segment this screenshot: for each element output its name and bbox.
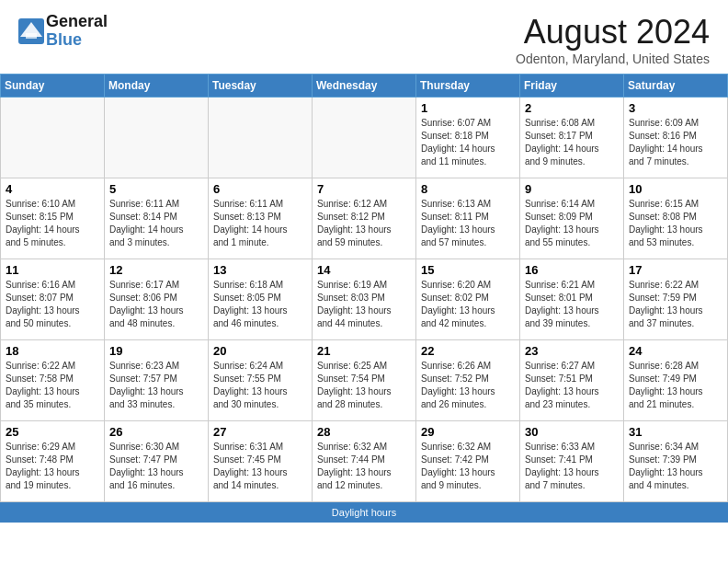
day-number: 24 xyxy=(629,344,722,358)
calendar-cell: 10Sunrise: 6:15 AM Sunset: 8:08 PM Dayli… xyxy=(624,178,728,259)
calendar-cell: 20Sunrise: 6:24 AM Sunset: 7:55 PM Dayli… xyxy=(209,340,313,421)
calendar-cell: 13Sunrise: 6:18 AM Sunset: 8:05 PM Dayli… xyxy=(209,259,313,340)
day-info: Sunrise: 6:16 AM Sunset: 8:07 PM Dayligh… xyxy=(6,279,99,330)
calendar-cell: 30Sunrise: 6:33 AM Sunset: 7:41 PM Dayli… xyxy=(520,421,624,502)
day-number: 27 xyxy=(213,425,307,439)
day-number: 7 xyxy=(317,182,411,196)
day-info: Sunrise: 6:15 AM Sunset: 8:08 PM Dayligh… xyxy=(629,198,722,249)
day-number: 8 xyxy=(421,182,515,196)
calendar-cell: 26Sunrise: 6:30 AM Sunset: 7:47 PM Dayli… xyxy=(105,421,209,502)
day-info: Sunrise: 6:33 AM Sunset: 7:41 PM Dayligh… xyxy=(525,441,619,492)
day-number: 28 xyxy=(317,425,411,439)
calendar-week-1: 1Sunrise: 6:07 AM Sunset: 8:18 PM Daylig… xyxy=(1,98,728,178)
day-number: 29 xyxy=(421,425,515,439)
day-number: 25 xyxy=(6,425,99,439)
calendar-cell: 16Sunrise: 6:21 AM Sunset: 8:01 PM Dayli… xyxy=(520,259,624,340)
logo-text: General Blue xyxy=(46,13,108,50)
day-number: 15 xyxy=(421,263,515,277)
day-info: Sunrise: 6:09 AM Sunset: 8:16 PM Dayligh… xyxy=(629,117,722,168)
day-number: 6 xyxy=(213,182,307,196)
calendar-cell: 31Sunrise: 6:34 AM Sunset: 7:39 PM Dayli… xyxy=(624,421,728,502)
calendar-cell: 9Sunrise: 6:14 AM Sunset: 8:09 PM Daylig… xyxy=(520,178,624,259)
day-number: 18 xyxy=(6,344,99,358)
col-saturday: Saturday xyxy=(624,75,728,98)
calendar-cell: 3Sunrise: 6:09 AM Sunset: 8:16 PM Daylig… xyxy=(624,98,728,178)
calendar-cell: 19Sunrise: 6:23 AM Sunset: 7:57 PM Dayli… xyxy=(105,340,209,421)
calendar-cell: 24Sunrise: 6:28 AM Sunset: 7:49 PM Dayli… xyxy=(624,340,728,421)
footer-text: Daylight hours xyxy=(332,507,396,518)
calendar-cell xyxy=(105,98,209,178)
day-number: 9 xyxy=(525,182,619,196)
day-info: Sunrise: 6:10 AM Sunset: 8:15 PM Dayligh… xyxy=(6,198,99,249)
day-number: 10 xyxy=(629,182,722,196)
svg-rect-2 xyxy=(26,33,37,39)
day-number: 3 xyxy=(629,101,722,115)
day-number: 31 xyxy=(629,425,722,439)
calendar-table: Sunday Monday Tuesday Wednesday Thursday… xyxy=(0,74,728,502)
calendar-cell: 25Sunrise: 6:29 AM Sunset: 7:48 PM Dayli… xyxy=(1,421,105,502)
title-section: August 2024 Odenton, Maryland, United St… xyxy=(516,13,710,66)
day-number: 14 xyxy=(317,263,411,277)
calendar-cell: 18Sunrise: 6:22 AM Sunset: 7:58 PM Dayli… xyxy=(1,340,105,421)
calendar-cell xyxy=(209,98,313,178)
calendar-cell: 14Sunrise: 6:19 AM Sunset: 8:03 PM Dayli… xyxy=(313,259,416,340)
day-number: 12 xyxy=(109,263,203,277)
calendar-cell: 1Sunrise: 6:07 AM Sunset: 8:18 PM Daylig… xyxy=(416,98,520,178)
month-title: August 2024 xyxy=(516,13,710,52)
day-info: Sunrise: 6:29 AM Sunset: 7:48 PM Dayligh… xyxy=(6,441,99,492)
day-number: 21 xyxy=(317,344,411,358)
day-number: 17 xyxy=(629,263,722,277)
day-info: Sunrise: 6:11 AM Sunset: 8:14 PM Dayligh… xyxy=(109,198,203,249)
calendar-cell: 5Sunrise: 6:11 AM Sunset: 8:14 PM Daylig… xyxy=(105,178,209,259)
day-number: 11 xyxy=(6,263,99,277)
calendar-cell: 6Sunrise: 6:11 AM Sunset: 8:13 PM Daylig… xyxy=(209,178,313,259)
header: General Blue August 2024 Odenton, Maryla… xyxy=(0,0,728,74)
calendar-cell: 4Sunrise: 6:10 AM Sunset: 8:15 PM Daylig… xyxy=(1,178,105,259)
calendar-cell: 17Sunrise: 6:22 AM Sunset: 7:59 PM Dayli… xyxy=(624,259,728,340)
day-info: Sunrise: 6:32 AM Sunset: 7:42 PM Dayligh… xyxy=(421,441,515,492)
day-number: 4 xyxy=(6,182,99,196)
day-number: 22 xyxy=(421,344,515,358)
day-info: Sunrise: 6:08 AM Sunset: 8:17 PM Dayligh… xyxy=(525,117,619,168)
col-sunday: Sunday xyxy=(1,75,105,98)
day-number: 2 xyxy=(525,101,619,115)
calendar-header-row: Sunday Monday Tuesday Wednesday Thursday… xyxy=(1,75,728,98)
day-info: Sunrise: 6:32 AM Sunset: 7:44 PM Dayligh… xyxy=(317,441,411,492)
col-tuesday: Tuesday xyxy=(209,75,313,98)
calendar-cell: 11Sunrise: 6:16 AM Sunset: 8:07 PM Dayli… xyxy=(1,259,105,340)
day-info: Sunrise: 6:27 AM Sunset: 7:51 PM Dayligh… xyxy=(525,360,619,411)
day-info: Sunrise: 6:22 AM Sunset: 7:59 PM Dayligh… xyxy=(629,279,722,330)
calendar-cell: 22Sunrise: 6:26 AM Sunset: 7:52 PM Dayli… xyxy=(416,340,520,421)
calendar-cell: 27Sunrise: 6:31 AM Sunset: 7:45 PM Dayli… xyxy=(209,421,313,502)
day-number: 19 xyxy=(109,344,203,358)
calendar-cell: 29Sunrise: 6:32 AM Sunset: 7:42 PM Dayli… xyxy=(416,421,520,502)
day-info: Sunrise: 6:22 AM Sunset: 7:58 PM Dayligh… xyxy=(6,360,99,411)
day-info: Sunrise: 6:11 AM Sunset: 8:13 PM Dayligh… xyxy=(213,198,307,249)
day-number: 5 xyxy=(109,182,203,196)
day-info: Sunrise: 6:23 AM Sunset: 7:57 PM Dayligh… xyxy=(109,360,203,411)
day-info: Sunrise: 6:14 AM Sunset: 8:09 PM Dayligh… xyxy=(525,198,619,249)
calendar-cell: 23Sunrise: 6:27 AM Sunset: 7:51 PM Dayli… xyxy=(520,340,624,421)
day-number: 13 xyxy=(213,263,307,277)
day-info: Sunrise: 6:34 AM Sunset: 7:39 PM Dayligh… xyxy=(629,441,722,492)
day-info: Sunrise: 6:24 AM Sunset: 7:55 PM Dayligh… xyxy=(213,360,307,411)
col-wednesday: Wednesday xyxy=(313,75,416,98)
day-number: 1 xyxy=(421,101,515,115)
day-info: Sunrise: 6:30 AM Sunset: 7:47 PM Dayligh… xyxy=(109,441,203,492)
calendar-cell: 12Sunrise: 6:17 AM Sunset: 8:06 PM Dayli… xyxy=(105,259,209,340)
day-info: Sunrise: 6:20 AM Sunset: 8:02 PM Dayligh… xyxy=(421,279,515,330)
day-info: Sunrise: 6:17 AM Sunset: 8:06 PM Dayligh… xyxy=(109,279,203,330)
day-info: Sunrise: 6:31 AM Sunset: 7:45 PM Dayligh… xyxy=(213,441,307,492)
col-thursday: Thursday xyxy=(416,75,520,98)
calendar-week-3: 11Sunrise: 6:16 AM Sunset: 8:07 PM Dayli… xyxy=(1,259,728,340)
col-monday: Monday xyxy=(105,75,209,98)
day-number: 23 xyxy=(525,344,619,358)
calendar-cell xyxy=(1,98,105,178)
day-info: Sunrise: 6:19 AM Sunset: 8:03 PM Dayligh… xyxy=(317,279,411,330)
calendar-cell: 8Sunrise: 6:13 AM Sunset: 8:11 PM Daylig… xyxy=(416,178,520,259)
day-number: 30 xyxy=(525,425,619,439)
day-info: Sunrise: 6:12 AM Sunset: 8:12 PM Dayligh… xyxy=(317,198,411,249)
day-info: Sunrise: 6:18 AM Sunset: 8:05 PM Dayligh… xyxy=(213,279,307,330)
footer-bar: Daylight hours xyxy=(0,502,728,523)
calendar-cell: 28Sunrise: 6:32 AM Sunset: 7:44 PM Dayli… xyxy=(313,421,416,502)
